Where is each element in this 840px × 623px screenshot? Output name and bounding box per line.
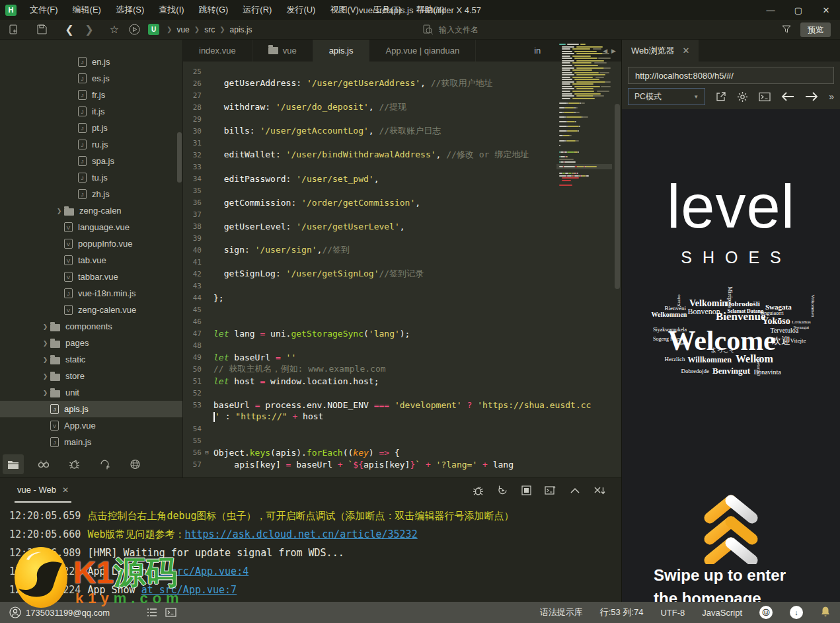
close-button[interactable]: ✕ (812, 0, 840, 20)
tree-item-es.js[interactable]: Jes.js (0, 70, 182, 87)
code-line-37[interactable]: 37 (183, 208, 621, 220)
new-file-button[interactable] (4, 21, 24, 38)
editor-scrollbar[interactable] (615, 104, 620, 289)
language-mode-item[interactable]: JavaScript (702, 608, 742, 618)
browser-tab-close-icon[interactable]: ✕ (683, 46, 690, 56)
code-line-35[interactable]: 35 (183, 185, 621, 196)
console-debug-icon[interactable] (473, 485, 484, 496)
project-explorer-icon[interactable] (3, 454, 24, 474)
tree-item-zh.js[interactable]: Jzh.js (0, 186, 182, 202)
encoding-item[interactable]: UTF-8 (660, 608, 685, 618)
maximize-button[interactable]: ▢ (784, 0, 812, 20)
uni-cloud-badge-icon[interactable]: ⓤ (759, 606, 773, 619)
menu-item-0[interactable]: 文件(F) (22, 0, 65, 20)
console-terminal-icon[interactable] (759, 92, 771, 102)
code-line-45[interactable]: 45 (183, 304, 621, 315)
code-line-54[interactable]: 54 (183, 423, 621, 435)
notification-bell-icon[interactable] (820, 606, 831, 619)
chevron-right-icon[interactable]: ❯ (54, 208, 64, 214)
chevron-right-icon[interactable]: ❯ (40, 356, 50, 363)
code-line-40[interactable]: 40 sign: '/user/sign',//签到 (183, 244, 621, 256)
tree-item-pages[interactable]: ❯pages (0, 335, 182, 351)
code-line-51[interactable]: 51let host = window.location.host; (183, 375, 621, 387)
menu-item-6[interactable]: 发行(U) (279, 0, 323, 20)
editor-tab-index-vue[interactable]: index.vue (183, 40, 252, 62)
outline-icon[interactable] (147, 608, 157, 617)
chevron-right-icon[interactable]: ❯ (40, 373, 50, 380)
code-line-28[interactable]: 28 withdraw: '/user/do_deposit', //提现 (183, 101, 621, 113)
chevron-right-icon[interactable]: ❯ (40, 323, 50, 330)
browser-forward-icon[interactable] (805, 92, 818, 101)
device-mode-select[interactable]: PC模式▼ (628, 88, 705, 105)
tree-item-en.js[interactable]: Jen.js (0, 54, 182, 70)
console-stop-icon[interactable] (521, 485, 531, 495)
log-link[interactable]: at src/App.vue:7 (141, 584, 237, 596)
tree-item-App.vue[interactable]: VApp.vue (0, 417, 182, 434)
code-line-34[interactable]: 34 editPassword: '/user/set_pwd', (183, 173, 621, 185)
terminal-icon[interactable] (165, 608, 176, 617)
tree-item-static[interactable]: ❯static (0, 351, 182, 368)
code-line-36[interactable]: 36 getCommission: '/order/getCommission'… (183, 196, 621, 208)
code-line-31[interactable]: 31 (183, 137, 621, 149)
nav-forward-button[interactable]: ❯ (79, 21, 99, 38)
browser-tab[interactable]: Web浏览器✕ (622, 40, 699, 62)
tree-item-pt.js[interactable]: Jpt.js (0, 120, 182, 136)
log-link[interactable]: https://ask.dcloud.net.cn/article/35232 (184, 528, 417, 540)
console-new-terminal-icon[interactable] (545, 485, 556, 495)
chevron-right-icon[interactable]: ❯ (40, 390, 50, 396)
menu-item-3[interactable]: 查找(I) (151, 0, 191, 20)
console-collapse-icon[interactable] (570, 487, 580, 494)
code-line-46[interactable]: 46 (183, 315, 621, 327)
editor-tab-App-vue---qianduan[interactable]: App.vue | qianduan (369, 40, 476, 62)
tree-item-components[interactable]: ❯components (0, 318, 182, 335)
tree-item-main.js[interactable]: Jmain.js (0, 434, 182, 450)
code-line-53[interactable]: 53baseUrl = process.env.NODE_ENV === 'de… (183, 399, 621, 411)
tree-item-apis.js[interactable]: Japis.js (0, 401, 182, 417)
code-line-56[interactable]: 56⊟Object.keys(apis).forEach((key) => { (183, 446, 621, 458)
tree-item-ru.js[interactable]: Jru.js (0, 136, 182, 153)
tree-item-unit[interactable]: ❯unit (0, 384, 182, 401)
chevron-right-icon[interactable]: ❯ (40, 340, 50, 347)
code-line-47[interactable]: 47let lang = uni.getStorageSync('lang'); (183, 327, 621, 339)
file-search-input[interactable]: 输入文件名 (423, 22, 780, 38)
code-editor[interactable]: index.vuevueapis.jsApp.vue | qianduanin◀… (183, 40, 621, 478)
save-button[interactable] (32, 21, 52, 38)
breadcrumb-item-project[interactable]: vue (176, 25, 189, 34)
settings-gear-icon[interactable] (737, 91, 748, 103)
tree-item-store[interactable]: ❯store (0, 368, 182, 384)
code-line-48[interactable]: 48 (183, 339, 621, 351)
tree-item-tu.js[interactable]: Jtu.js (0, 169, 182, 186)
search-in-files-icon[interactable] (33, 454, 54, 474)
code-line-32[interactable]: 32 editWallet: '/user/bindWithdrawalAddr… (183, 149, 621, 161)
sidebar-scrollbar[interactable] (177, 132, 182, 183)
browser-back-icon[interactable] (781, 92, 794, 101)
menu-item-4[interactable]: 跳转(G) (192, 0, 236, 20)
menu-item-5[interactable]: 运行(R) (235, 0, 279, 20)
code-line-wrap[interactable]: ' : "https://" + host (183, 411, 621, 423)
editor-tab-in[interactable]: in (518, 40, 556, 62)
browser-url-input[interactable]: http://localhost:8080/h5/#/ (628, 67, 834, 84)
tree-item-zeng-calen.vue[interactable]: Vzeng-calen.vue (0, 302, 182, 318)
minimize-button[interactable]: — (757, 0, 784, 20)
code-line-25[interactable]: 25 (183, 65, 621, 77)
console-clear-icon[interactable] (593, 486, 605, 495)
log-link[interactable]: at src/App.vue:4 (153, 565, 249, 577)
syntax-library-item[interactable]: 语法提示库 (540, 606, 583, 618)
preview-button[interactable]: 预览 (800, 22, 831, 37)
breadcrumb-item-src[interactable]: src (204, 25, 215, 34)
download-update-icon[interactable]: ↓ (790, 606, 803, 619)
code-line-44[interactable]: 44}; (183, 292, 621, 304)
tree-item-tab.vue[interactable]: Vtab.vue (0, 252, 182, 269)
tree-item-it.js[interactable]: Jit.js (0, 103, 182, 120)
console-restart-icon[interactable] (497, 485, 508, 496)
tree-item-fr.js[interactable]: Jfr.js (0, 87, 182, 103)
tree-item-language.vue[interactable]: Vlanguage.vue (0, 219, 182, 235)
code-line-57[interactable]: 57 apis[key] = baseUrl + `${apis[key]}` … (183, 458, 621, 470)
open-external-icon[interactable] (716, 91, 726, 102)
code-line-55[interactable]: 55 (183, 435, 621, 446)
menu-item-1[interactable]: 编辑(E) (65, 0, 108, 20)
nav-back-button[interactable]: ❮ (59, 21, 79, 38)
fold-marker-icon[interactable]: ⊟ (202, 449, 212, 456)
console-tab[interactable]: vue - Web✕ (15, 478, 71, 503)
code-line-27[interactable]: 27 (183, 89, 621, 101)
